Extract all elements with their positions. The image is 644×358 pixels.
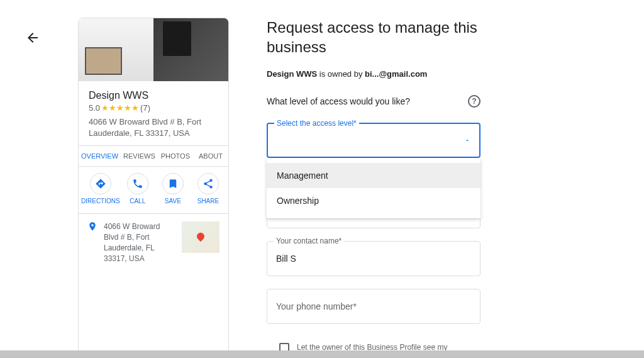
directions-icon [90,173,111,194]
access-dropdown: Management Ownership [267,158,480,218]
business-photos [79,18,228,81]
map-thumbnail[interactable] [182,221,219,253]
contact-name-input[interactable]: Your contact name* Bill S [267,241,480,276]
option-management[interactable]: Management [267,163,480,188]
footer-bar [0,350,644,358]
business-card: Design WWS 5.0 ★★★★★ (7) 4066 W Broward … [78,18,229,358]
option-ownership[interactable]: Ownership [267,188,480,213]
tab-reviews[interactable]: REVIEWS [121,146,158,166]
tab-about[interactable]: ABOUT [193,146,228,166]
save-button[interactable]: SAVE [155,173,191,204]
directions-button[interactable]: DIRECTIONS [81,173,120,204]
business-name: Design WWS [89,90,218,101]
share-button[interactable]: SHARE [191,173,226,204]
call-button[interactable]: CALL [120,173,155,204]
access-level-select[interactable]: Select the access level* Management Owne… [267,123,480,158]
page-title: Request access to manage this business [267,18,480,57]
rating-row: 5.0 ★★★★★ (7) [89,103,218,113]
tab-overview[interactable]: OVERVIEW [79,146,121,166]
rating-value: 5.0 [89,103,100,113]
share-icon [197,173,219,194]
chevron-up-icon [464,135,470,145]
bookmark-icon [162,173,184,194]
back-arrow-icon[interactable] [25,30,40,45]
phone-input[interactable]: Your phone number* [267,289,480,324]
business-address: 4066 W Broward Blvd # B, Fort Lauderdale… [89,116,218,139]
rating-stars-icon: ★★★★★ [101,103,139,113]
review-count: (7) [140,103,150,113]
access-question: What level of access would you like? [267,96,410,106]
owner-info: Design WWS is owned by bi...@gmail.com [267,69,480,79]
help-icon[interactable]: ? [468,95,480,108]
phone-icon [127,173,148,194]
pin-icon [87,221,97,264]
map-address: 4066 W Broward Blvd # B, Fort Lauderdale… [104,221,175,264]
tab-photos[interactable]: PHOTOS [158,146,193,166]
